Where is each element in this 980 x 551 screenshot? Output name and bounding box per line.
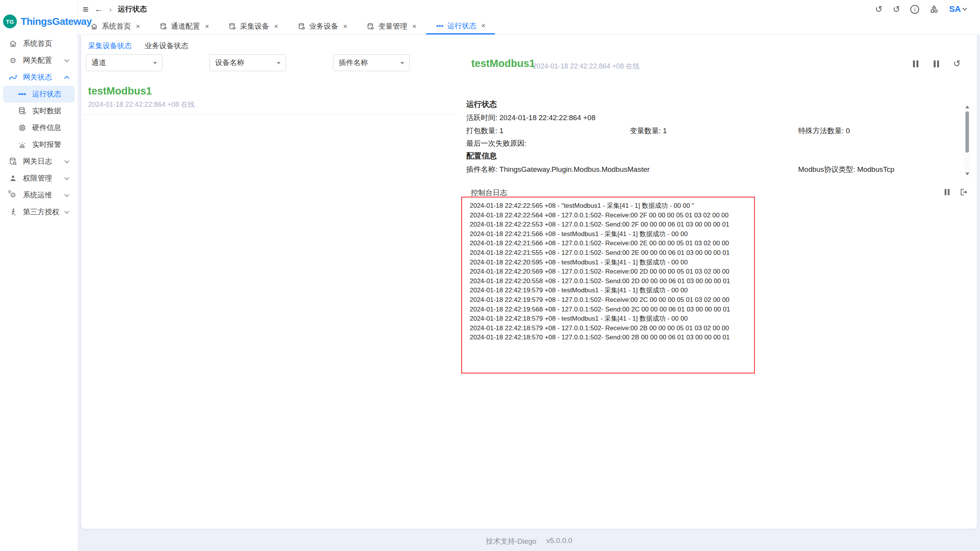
detail-scrollbar[interactable] xyxy=(964,104,970,177)
pause-icon[interactable] xyxy=(933,60,940,68)
caret-down-icon xyxy=(400,62,404,64)
close-icon[interactable]: × xyxy=(343,23,348,31)
tab-variable-management[interactable]: 变量管理 × xyxy=(357,18,426,34)
close-icon[interactable]: × xyxy=(274,23,278,31)
log-line: 2024-01-18 22:42:21:566 +08 - testModbus… xyxy=(470,230,751,239)
breadcrumb: 运行状态 xyxy=(118,4,147,14)
pulse-icon xyxy=(436,22,444,30)
sidebar-item-label: 第三方授权 xyxy=(23,207,59,217)
close-icon[interactable]: × xyxy=(482,22,486,30)
plugin-name: 插件名称: ThingsGateway.Plugin.Modbus.Modbus… xyxy=(466,165,650,174)
sidebar-item-gateway-config[interactable]: ⚙ 网关配置 xyxy=(0,52,78,69)
tab-bar: 系统首页 × 通道配置 × 采集设备 × 业务设备 × xyxy=(78,18,980,35)
last-fail-reason: 最后一次失败原因: xyxy=(466,139,526,148)
database-gear-icon xyxy=(159,22,168,31)
close-icon[interactable]: × xyxy=(205,23,209,31)
cpu-icon xyxy=(18,123,27,132)
tab-channel-config[interactable]: 通道配置 × xyxy=(150,18,219,34)
log-line: 2024-01-18 22:42:18:579 +08 - 127.0.0.1:… xyxy=(470,324,751,333)
tab-collect-device-status[interactable]: 采集设备状态 xyxy=(87,38,132,55)
close-icon[interactable]: × xyxy=(136,23,140,31)
plugin-name-select[interactable]: 插件名称 xyxy=(333,54,410,71)
export-icon[interactable] xyxy=(959,188,968,196)
tab-label: 采集设备 xyxy=(240,21,269,31)
pause-icon[interactable] xyxy=(912,60,920,68)
scroll-down-icon[interactable] xyxy=(965,173,969,175)
sidebar-item-gateway-status[interactable]: 网关状态 xyxy=(0,69,78,86)
user-icon xyxy=(8,174,18,183)
back-arrow-icon[interactable]: ← xyxy=(95,5,103,13)
pack-count-value: 1 xyxy=(500,127,504,135)
refresh-icon[interactable]: ↺ xyxy=(953,59,960,68)
scroll-up-icon[interactable] xyxy=(965,106,969,108)
channel-select-value: 通道 xyxy=(91,58,106,68)
device-list-item[interactable]: testModbus1 2024-01-18 22:42:22:864 +08 … xyxy=(83,83,455,115)
log-line: 2024-01-18 22:42:21:566 +08 - 127.0.0.1:… xyxy=(470,239,751,248)
modbus-protocol: Modbus协议类型: ModbusTcp xyxy=(798,165,894,174)
device-name-select[interactable]: 设备名称 xyxy=(209,54,286,71)
special-method-count-value: 0 xyxy=(846,127,850,135)
sidebar-item-label: 权限管理 xyxy=(23,173,52,183)
chevron-down-icon xyxy=(64,57,69,62)
tab-run-status[interactable]: 运行状态 × xyxy=(426,18,495,34)
breadcrumb-separator-icon: › xyxy=(109,5,112,14)
content-card: 采集设备状态 业务设备状态 通道 设备名称 插件名称 testModbus xyxy=(81,35,977,529)
footer: 技术支持-Diego v5.0.0.0 xyxy=(78,536,980,546)
variable-count-value: 1 xyxy=(663,127,667,135)
refresh-icon[interactable]: ↺ xyxy=(875,5,882,14)
pause-icon[interactable] xyxy=(944,189,951,196)
database-search-icon xyxy=(8,157,18,166)
close-icon[interactable]: × xyxy=(412,23,416,31)
tab-collect-devices[interactable]: 采集设备 × xyxy=(219,18,288,34)
special-method-count: 特殊方法数量: 0 xyxy=(798,126,850,136)
sidebar-item-label: 实时报警 xyxy=(32,140,61,150)
app-root: TG ThingsGateway 系统首页 ⚙ 网关配置 网关状态 xyxy=(0,0,980,551)
chevron-down-icon xyxy=(962,6,967,10)
detail-header-actions: ↺ xyxy=(912,59,960,68)
log-line: 2024-01-18 22:42:19:579 +08 - testModbus… xyxy=(470,286,751,295)
channel-select[interactable]: 通道 xyxy=(86,54,162,71)
shapes-icon[interactable] xyxy=(929,5,939,14)
tab-business-device-status[interactable]: 业务设备状态 xyxy=(144,38,189,55)
user-name: SA xyxy=(949,4,961,14)
sidebar-item-run-status[interactable]: 运行状态 xyxy=(3,86,75,103)
device-status-tabs: 采集设备状态 业务设备状态 xyxy=(87,38,189,55)
brand-name: ThingsGateway xyxy=(21,16,92,28)
detail-device-name: testModbus1 xyxy=(471,58,535,70)
special-method-count-label: 特殊方法数量: xyxy=(798,127,844,135)
sidebar-item-label: 网关状态 xyxy=(23,72,52,82)
sidebar-item-label: 实时数据 xyxy=(32,106,61,116)
sidebar-item-realtime-alarm[interactable]: 实时报警 xyxy=(0,136,78,153)
plugin-name-label: 插件名称: xyxy=(466,165,497,173)
database-gear-icon xyxy=(297,22,306,31)
tab-label: 通道配置 xyxy=(171,21,200,31)
alarm-icon xyxy=(18,140,27,149)
pulse-icon xyxy=(18,90,27,99)
user-menu[interactable]: SA xyxy=(949,4,966,14)
sidebar-item-home[interactable]: 系统首页 xyxy=(0,35,78,52)
hamburger-menu-icon[interactable]: ≡ xyxy=(83,4,88,14)
database-gear-icon xyxy=(366,22,375,31)
person-walking-icon xyxy=(8,207,18,217)
sidebar-item-realtime-data[interactable]: 实时数据 xyxy=(0,103,78,119)
log-line: 2024-01-18 22:42:21:555 +08 - 127.0.0.1:… xyxy=(470,248,751,258)
sidebar-item-hardware-info[interactable]: 硬件信息 xyxy=(0,119,78,136)
log-line: 2024-01-18 22:42:18:579 +08 - testModbus… xyxy=(470,314,751,324)
sidebar-item-label: 系统运维 xyxy=(23,190,52,200)
page-background: 采集设备状态 业务设备状态 通道 设备名称 插件名称 testModbus xyxy=(78,35,980,551)
log-line: 2024-01-18 22:42:19:568 +08 - 127.0.0.1:… xyxy=(470,305,751,315)
sidebar-item-third-party-auth[interactable]: 第三方授权 xyxy=(0,204,78,220)
refresh-icon[interactable]: ↺ xyxy=(893,5,900,14)
config-info-title: 配置信息 xyxy=(466,151,497,161)
chevron-down-icon xyxy=(64,209,69,214)
sidebar-item-system-ops[interactable]: ⚙⚙ 系统运维 xyxy=(0,187,78,204)
sidebar-item-permissions[interactable]: 权限管理 xyxy=(0,170,78,187)
info-icon[interactable]: i xyxy=(910,5,919,14)
scrollbar-thumb[interactable] xyxy=(965,111,969,153)
log-line: 2024-01-18 22:42:20:595 +08 - testModbus… xyxy=(470,258,751,267)
console-log-panel[interactable]: 2024-01-18 22:42:22:565 +08 - "testModbu… xyxy=(461,197,755,373)
tab-business-devices[interactable]: 业务设备 × xyxy=(288,18,357,34)
route-icon xyxy=(8,73,18,82)
filter-bar: 通道 设备名称 插件名称 xyxy=(86,54,410,71)
sidebar-item-gateway-logs[interactable]: 网关日志 xyxy=(0,153,78,170)
